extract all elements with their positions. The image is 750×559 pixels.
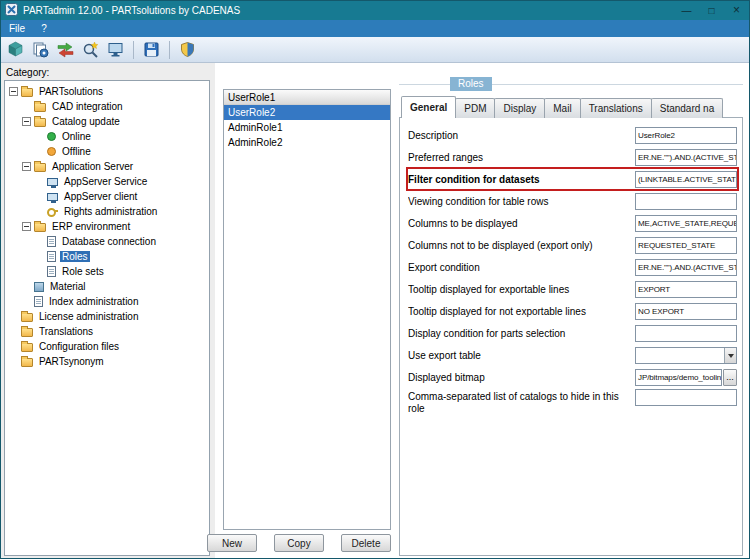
tab-pdm[interactable]: PDM [455, 98, 495, 118]
appserver-button[interactable] [104, 39, 127, 61]
filter-condition-for-datasets-input[interactable]: (LINKTABLE.ACTIVE_STATE=1) [635, 171, 737, 188]
tree-item-partsolutions[interactable]: PARTsolutions [8, 84, 209, 99]
field-control: UserRole2 [635, 127, 737, 144]
new-button[interactable]: New [207, 534, 257, 552]
category-tree: PARTsolutionsCAD integrationCatalog upda… [4, 80, 210, 556]
columns-not-to-be-displayed-export-only-input[interactable]: REQUESTED_STATE [635, 237, 737, 254]
field-control: ER.NE."").AND.(ACTIVE_STATE.EQ.1)) [635, 259, 737, 276]
comma-separated-list-of-catalogs-to-hide-in-this-role-input[interactable] [635, 389, 737, 406]
security-button[interactable] [176, 39, 199, 61]
export-condition-input[interactable]: ER.NE."").AND.(ACTIVE_STATE.EQ.1)) [635, 259, 737, 276]
tooltip-displayed-for-exportable-lines-input[interactable]: EXPORT [635, 281, 737, 298]
tree-item-database-connection[interactable]: Database connection [8, 234, 209, 249]
displayed-bitmap-input[interactable]: JP/bitmaps/demo_tooling.bmp [635, 369, 722, 386]
field-control: ME,ACTIVE_STATE,REQUESTED_STATE [635, 215, 737, 232]
tree-item-label: Material [48, 281, 88, 292]
tree-item-cad-integration[interactable]: CAD integration [8, 99, 209, 114]
role-item-adminrole2[interactable]: AdminRole2 [224, 135, 390, 150]
maximize-button[interactable]: □ [699, 1, 724, 20]
description-input[interactable]: UserRole2 [635, 127, 737, 144]
use-export-table-input[interactable] [635, 347, 737, 364]
rights-icon [47, 206, 58, 217]
tree-item-label: PARTsynonym [37, 356, 106, 367]
tab-mail[interactable]: Mail [544, 98, 580, 118]
field-label: Description [408, 130, 635, 141]
save-button[interactable] [140, 39, 163, 61]
tree-item-label: AppServer client [62, 191, 139, 202]
tree-item-roles[interactable]: Roles [8, 249, 209, 264]
field-value: JP/bitmaps/demo_tooling.bmp [638, 373, 722, 382]
role-item-userrole2[interactable]: UserRole2 [224, 105, 390, 120]
tree-item-translations[interactable]: Translations [8, 324, 209, 339]
minimize-button[interactable]: — [674, 1, 699, 20]
field-label: Comma-separated list of catalogs to hide… [408, 389, 635, 415]
folder-icon [21, 313, 33, 322]
toolbar [1, 37, 749, 63]
browse-button[interactable]: ... [723, 369, 737, 386]
tree-item-label: Translations [37, 326, 95, 337]
field-row-description: DescriptionUserRole2 [408, 125, 737, 145]
viewing-condition-for-table-rows-input[interactable] [635, 193, 737, 210]
tab-display[interactable]: Display [494, 98, 545, 118]
partadmin-window: PARTadmin 12.00 - PARTsolutions by CADEN… [0, 0, 750, 559]
folder-icon [21, 343, 33, 352]
tooltip-displayed-for-not-exportable-lines-input[interactable]: NO EXPORT [635, 303, 737, 320]
field-label: Viewing condition for table rows [408, 196, 635, 207]
tree-item-index-administration[interactable]: Index administration [8, 294, 209, 309]
tree-item-role-sets[interactable]: Role sets [8, 264, 209, 279]
collapse-icon[interactable] [9, 87, 18, 96]
field-label: Filter condition for datasets [408, 174, 635, 185]
tab-bar: GeneralPDMDisplayMailTranslationsStandar… [401, 96, 722, 118]
role-item-userrole1[interactable]: UserRole1 [224, 90, 390, 105]
tree-item-configuration-files[interactable]: Configuration files [8, 339, 209, 354]
tree-item-online[interactable]: Online [8, 129, 209, 144]
tree-item-partsynonym[interactable]: PARTsynonym [8, 354, 209, 369]
data-transfer-button[interactable] [54, 39, 77, 61]
collapse-icon[interactable] [22, 117, 31, 126]
tree-item-catalog-update[interactable]: Catalog update [8, 114, 209, 129]
field-row-displayed-bitmap: Displayed bitmapJP/bitmaps/demo_tooling.… [408, 367, 737, 387]
menu-help[interactable]: ? [33, 20, 55, 37]
field-row-viewing-condition-for-table-rows: Viewing condition for table rows [408, 191, 737, 211]
tree-item-appserver-service[interactable]: AppServer Service [8, 174, 209, 189]
page-icon [47, 236, 56, 247]
catalog-button[interactable] [4, 39, 27, 61]
folder-icon [21, 328, 33, 337]
field-label: Use export table [408, 350, 635, 361]
display-condition-for-parts-selection-input[interactable] [635, 325, 737, 342]
tree-item-application-server[interactable]: Application Server [8, 159, 209, 174]
columns-to-be-displayed-input[interactable]: ME,ACTIVE_STATE,REQUESTED_STATE [635, 215, 737, 232]
role-item-adminrole1[interactable]: AdminRole1 [224, 120, 390, 135]
preferred-ranges-input[interactable]: ER.NE."").AND.(ACTIVE_STATE.EQ.1)) [635, 149, 737, 166]
dropdown-arrow-icon[interactable] [724, 348, 736, 363]
app-icon [5, 3, 18, 18]
window-title: PARTadmin 12.00 - PARTsolutions by CADEN… [23, 5, 240, 16]
tab-translations[interactable]: Translations [580, 98, 652, 118]
tree-item-label: Online [60, 131, 93, 142]
tree-item-appserver-client[interactable]: AppServer client [8, 189, 209, 204]
tree-item-erp-environment[interactable]: ERP environment [8, 219, 209, 234]
field-value: EXPORT [638, 285, 670, 294]
tree-item-label: Application Server [50, 161, 135, 172]
menu-file[interactable]: File [1, 20, 33, 37]
tab-general[interactable]: General [401, 96, 456, 118]
field-row-display-condition-for-parts-selection: Display condition for parts selection [408, 323, 737, 343]
close-button[interactable]: × [724, 1, 749, 20]
tab-standard-na[interactable]: Standard na [651, 98, 724, 118]
tree-item-offline[interactable]: Offline [8, 144, 209, 159]
tree-item-rights-administration[interactable]: Rights administration [8, 204, 209, 219]
field-row-export-condition: Export conditionER.NE."").AND.(ACTIVE_ST… [408, 257, 737, 277]
field-control: ER.NE."").AND.(ACTIVE_STATE.EQ.1)) [635, 149, 737, 166]
configuration-button[interactable] [29, 39, 52, 61]
tree-item-label: AppServer Service [62, 176, 149, 187]
collapse-icon[interactable] [22, 162, 31, 171]
tree-item-license-administration[interactable]: License administration [8, 309, 209, 324]
field-value: (LINKTABLE.ACTIVE_STATE=1) [638, 175, 737, 184]
search-button[interactable] [79, 39, 102, 61]
delete-button[interactable]: Delete [341, 534, 391, 552]
field-row-use-export-table: Use export table [408, 345, 737, 365]
tree-item-label: PARTsolutions [37, 86, 105, 97]
collapse-icon[interactable] [22, 222, 31, 231]
copy-button[interactable]: Copy [274, 534, 324, 552]
tree-item-material[interactable]: Material [8, 279, 209, 294]
